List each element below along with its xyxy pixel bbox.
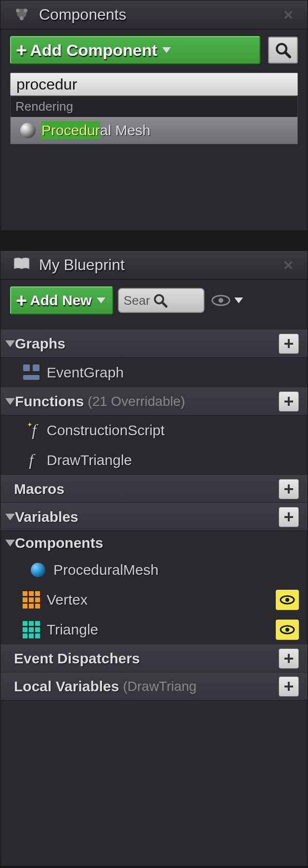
my-blueprint-panel: My Blueprint × + Add New Sear Graphs + (0, 250, 308, 867)
blueprint-tab-title: My Blueprint (39, 256, 125, 274)
item-label: EventGraph (47, 364, 124, 381)
category-functions[interactable]: Functions (21 Overridable) + (0, 388, 308, 415)
blueprint-toolbar: + Add New Sear (0, 280, 308, 321)
result-highlight: Procedur (41, 121, 100, 139)
item-label: ConstructionScript (47, 422, 165, 439)
close-icon[interactable]: × (283, 5, 293, 24)
category-graphs[interactable]: Graphs + (0, 330, 308, 358)
svg-point-1 (16, 9, 20, 13)
tree-item-vertex[interactable]: Vertex (0, 585, 308, 615)
eye-icon (280, 595, 295, 605)
tree-item-drawtriangle[interactable]: f DrawTriangle (0, 445, 308, 475)
category-variables[interactable]: Variables + (0, 503, 308, 531)
close-icon[interactable]: × (283, 256, 293, 274)
eye-icon (211, 294, 231, 307)
components-toolbar: + Add Component (0, 29, 308, 71)
search-icon (153, 293, 167, 308)
category-label: Functions (15, 393, 84, 410)
category-label: Local Variables (14, 678, 119, 695)
tree-item-constructionscript[interactable]: f ConstructionScript (0, 415, 308, 445)
category-local-variables[interactable]: Local Variables (DrawTriang + (0, 673, 308, 700)
add-component-button[interactable]: + Add Component (10, 36, 260, 64)
subcategory-components[interactable]: Components (0, 531, 308, 555)
chevron-down-icon (234, 298, 243, 303)
add-event-dispatcher-button[interactable]: + (279, 648, 299, 669)
blueprint-tab-bar: My Blueprint × (0, 251, 308, 280)
mesh-icon (20, 123, 36, 138)
result-category-header: Rendering (11, 96, 297, 117)
expand-icon (5, 514, 15, 520)
tree-item-proceduralmesh[interactable]: ProceduralMesh (0, 555, 308, 585)
plus-icon: + (16, 290, 27, 311)
item-label: Triangle (47, 622, 98, 638)
svg-point-9 (218, 298, 223, 303)
chevron-down-icon (162, 47, 171, 53)
expand-icon (5, 340, 15, 347)
category-label: Components (15, 535, 103, 551)
blueprint-tab-icon (13, 255, 30, 275)
component-search-input[interactable]: procedur (10, 73, 298, 96)
array-icon (23, 621, 40, 638)
function-icon: f (23, 452, 40, 469)
add-variable-button[interactable]: + (279, 507, 299, 527)
components-tab-icon (13, 5, 30, 25)
visibility-toggle[interactable] (276, 590, 299, 610)
add-function-button[interactable]: + (279, 391, 299, 412)
item-label: DrawTriangle (47, 452, 132, 468)
search-results-dropdown: Rendering Procedural Mesh (10, 96, 298, 144)
visibility-filter-button[interactable] (209, 294, 245, 307)
add-component-label: Add Component (30, 41, 157, 60)
components-panel: Components × + Add Component procedur Re… (0, 0, 308, 231)
category-label: Event Dispatchers (14, 650, 140, 667)
svg-line-7 (162, 302, 166, 307)
search-result-item[interactable]: Procedural Mesh (11, 117, 297, 144)
blueprint-search-input[interactable]: Sear (118, 288, 205, 313)
eye-icon (280, 625, 295, 635)
expand-icon (5, 540, 15, 546)
svg-point-13 (285, 628, 289, 632)
graph-icon (23, 364, 40, 381)
function-override-icon: f (23, 422, 40, 439)
array-icon (23, 591, 40, 609)
tree-item-triangle[interactable]: Triangle (0, 615, 308, 645)
category-event-dispatchers[interactable]: Event Dispatchers + (0, 645, 308, 673)
add-new-button[interactable]: + Add New (10, 286, 113, 314)
add-graph-button[interactable]: + (279, 334, 299, 354)
add-new-label: Add New (30, 292, 91, 309)
category-macros[interactable]: Macros + (0, 475, 308, 503)
item-label: ProceduralMesh (53, 562, 158, 578)
expand-icon (5, 398, 15, 405)
search-placeholder: Sear (124, 293, 150, 308)
components-tab-bar: Components × (0, 0, 308, 29)
add-local-variable-button[interactable]: + (279, 676, 299, 697)
svg-point-3 (20, 16, 24, 20)
category-label: Graphs (15, 336, 65, 352)
plus-icon: + (16, 39, 27, 61)
add-macro-button[interactable]: + (279, 479, 299, 499)
visibility-toggle[interactable] (276, 620, 299, 640)
category-note: (DrawTriang (123, 679, 196, 694)
search-icon (275, 42, 291, 58)
chevron-down-icon (97, 298, 105, 303)
svg-point-2 (24, 9, 27, 13)
blueprint-tree: Graphs + EventGraph Functions (21 Overri… (0, 321, 308, 704)
category-label: Variables (15, 509, 78, 525)
result-item-label: Procedural Mesh (41, 122, 151, 139)
component-icon (29, 561, 47, 579)
search-value: procedur (16, 76, 77, 93)
svg-point-11 (285, 598, 289, 602)
svg-line-5 (285, 52, 290, 57)
search-button[interactable] (268, 37, 298, 64)
components-tab-title: Components (39, 6, 126, 24)
category-note: (21 Overridable) (88, 394, 185, 409)
tree-item-eventgraph[interactable]: EventGraph (0, 358, 308, 388)
category-label: Macros (14, 481, 64, 497)
item-label: Vertex (47, 592, 88, 608)
